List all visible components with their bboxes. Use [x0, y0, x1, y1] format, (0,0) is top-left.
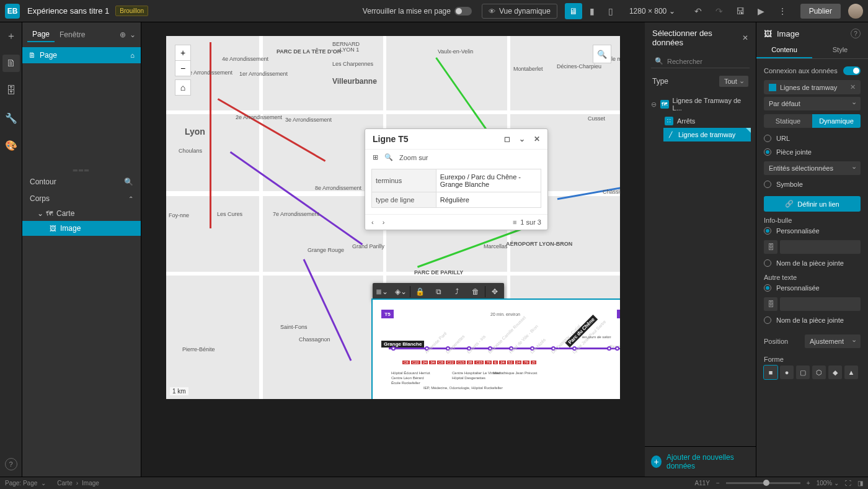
preview-icon[interactable]: ▶: [753, 3, 769, 19]
tab-window[interactable]: Fenêtre: [55, 28, 90, 42]
feature-count: 1 sur 3: [520, 218, 541, 226]
arrange-icon[interactable]: ◈⌄: [391, 283, 410, 300]
shape-rounded[interactable]: ▢: [796, 366, 810, 379]
image-widget[interactable]: T5 T5 20 min. environ Grange Blanche Par…: [373, 300, 620, 399]
data-icon[interactable]: 🗄: [2, 82, 20, 99]
save-icon[interactable]: 🖫: [732, 3, 748, 19]
redo-icon[interactable]: ↷: [711, 3, 727, 19]
alttext-radio-attachname[interactable]: Nom de la pièce jointe: [764, 313, 861, 327]
data-connect-label: Connexion aux données: [764, 67, 838, 74]
add-page-icon[interactable]: ⊕: [120, 30, 126, 39]
shape-diamond[interactable]: ◆: [828, 366, 842, 379]
outline-map[interactable]: ⌄🗺Carte: [22, 206, 141, 221]
panel-resize-handle[interactable]: ═══: [22, 168, 141, 173]
page-menu-icon[interactable]: ⌄: [130, 30, 136, 39]
zoom-value[interactable]: 100% ⌄: [817, 480, 839, 487]
tab-content[interactable]: Contenu: [756, 42, 812, 58]
position-select[interactable]: Ajustement: [805, 334, 861, 348]
next-feature-icon[interactable]: ›: [383, 218, 385, 226]
shape-triangle[interactable]: ▲: [844, 366, 858, 379]
tooltip-input[interactable]: 🗄: [764, 240, 861, 254]
seg-dynamic[interactable]: Dynamique: [812, 114, 861, 128]
export-icon[interactable]: ⤴: [448, 283, 466, 300]
lock-icon[interactable]: 🔒: [410, 283, 429, 300]
canvas[interactable]: BERNARD LYON 1 PARC DE LA TÊTE D'OR 4e A…: [166, 36, 620, 399]
canvas-area[interactable]: BERNARD LYON 1 PARC DE LA TÊTE D'OR 4e A…: [141, 22, 645, 477]
type-select[interactable]: Tout: [719, 76, 748, 87]
drag-icon[interactable]: ✥: [485, 283, 504, 300]
data-connect-toggle[interactable]: [843, 66, 861, 75]
chip-remove-icon[interactable]: ✕: [850, 83, 856, 91]
zoom-to-label[interactable]: Zoom sur: [399, 154, 428, 161]
shape-square[interactable]: ■: [764, 366, 777, 379]
desktop-icon[interactable]: 🖥: [565, 3, 582, 19]
toggle-panel-icon[interactable]: ◨: [857, 480, 863, 487]
zoom-to-icon[interactable]: 🔍: [384, 153, 393, 161]
page-list-item[interactable]: 🗎 Page ⌂: [22, 47, 141, 63]
publish-button[interactable]: Publier: [800, 4, 841, 19]
tablet-icon[interactable]: ▮: [583, 3, 601, 19]
app-logo-icon[interactable]: EB: [5, 4, 20, 19]
entities-select[interactable]: Entités sélectionnées: [764, 161, 861, 175]
radio-attachment[interactable]: Pièce jointe: [764, 145, 861, 159]
shape-circle[interactable]: ●: [780, 366, 794, 379]
view-mode-button[interactable]: Vue dynamique: [482, 4, 557, 19]
experience-title[interactable]: Expérience sans titre 1: [27, 6, 109, 16]
home-extent-button[interactable]: ⌂: [175, 79, 191, 96]
a11y-label[interactable]: A11Y: [694, 480, 709, 487]
prev-feature-icon[interactable]: ‹: [371, 218, 374, 226]
zoom-out-status-icon[interactable]: −: [716, 480, 720, 487]
map-search-icon[interactable]: 🔍: [593, 45, 611, 63]
shape-hexagon[interactable]: ⬡: [812, 366, 826, 379]
duplicate-icon[interactable]: ⧉: [429, 283, 448, 300]
collapse-icon[interactable]: ⌄: [519, 135, 525, 143]
alttext-radio-custom[interactable]: Personnalisée: [764, 281, 861, 295]
user-avatar[interactable]: [848, 4, 863, 19]
tooltip-radio-custom[interactable]: Personnalisée: [764, 224, 861, 238]
undo-icon[interactable]: ↶: [690, 3, 706, 19]
theme-icon[interactable]: 🎨: [2, 137, 20, 154]
zoom-in-button[interactable]: +: [175, 45, 191, 61]
radio-symbol[interactable]: Symbole: [764, 177, 861, 191]
outline-body[interactable]: Corps⌃: [22, 191, 141, 206]
canvas-size-label[interactable]: 1280 × 800 ⌄: [629, 7, 675, 16]
seg-static[interactable]: Statique: [764, 114, 812, 128]
close-icon[interactable]: ✕: [534, 135, 540, 143]
data-chip[interactable]: Lignes de tramway✕: [764, 80, 861, 94]
tooltip-radio-attachname[interactable]: Nom de la pièce jointe: [764, 256, 861, 270]
utilities-icon[interactable]: 🔧: [2, 109, 20, 127]
insert-icon[interactable]: ＋: [2, 27, 20, 45]
zoom-slider[interactable]: [726, 482, 800, 484]
data-search-input[interactable]: 🔍 Rechercher: [651, 55, 750, 68]
dock-icon[interactable]: ◻: [504, 135, 510, 143]
page-icon[interactable]: 🗎: [2, 55, 20, 72]
data-node-root[interactable]: ⊖🗺Lignes de Tramway de L...: [650, 94, 751, 114]
align-icon[interactable]: ≣⌄: [373, 283, 391, 300]
grid-icon[interactable]: ⊞: [373, 153, 378, 161]
add-data-button[interactable]: +Ajouter de nouvelles données: [645, 446, 756, 477]
lock-layout-toggle[interactable]: [454, 7, 472, 16]
data-node-stops[interactable]: ∷Arrêts: [663, 114, 751, 128]
close-data-panel-icon[interactable]: ✕: [742, 34, 748, 42]
alttext-input[interactable]: 🗄: [764, 297, 861, 311]
outline-search-icon[interactable]: 🔍: [124, 177, 133, 186]
list-icon[interactable]: ≡: [513, 218, 516, 226]
widget-help-icon[interactable]: ?: [851, 29, 861, 38]
fit-icon[interactable]: ⛶: [845, 480, 851, 487]
view-select[interactable]: Par défaut: [764, 97, 861, 110]
outline-image[interactable]: 🖼Image: [22, 221, 141, 236]
tab-style[interactable]: Style: [812, 42, 868, 58]
mobile-icon[interactable]: ▯: [602, 3, 619, 19]
image-icon: 🖼: [764, 29, 772, 38]
tab-page[interactable]: Page: [27, 27, 55, 42]
delete-icon[interactable]: 🗑: [466, 283, 485, 300]
more-icon[interactable]: ⋮: [774, 3, 790, 19]
breadcrumb[interactable]: Page⌄ Carte› Image: [23, 480, 99, 487]
set-link-button[interactable]: 🔗Définir un lien: [764, 196, 861, 212]
radio-url[interactable]: URL: [764, 132, 861, 145]
mode-segment: Statique Dynamique: [764, 114, 861, 128]
zoom-in-status-icon[interactable]: +: [807, 480, 810, 487]
data-node-lines[interactable]: ╱Lignes de tramway: [663, 128, 751, 141]
zoom-out-button[interactable]: −: [175, 60, 191, 76]
help-icon[interactable]: ?: [5, 458, 17, 470]
